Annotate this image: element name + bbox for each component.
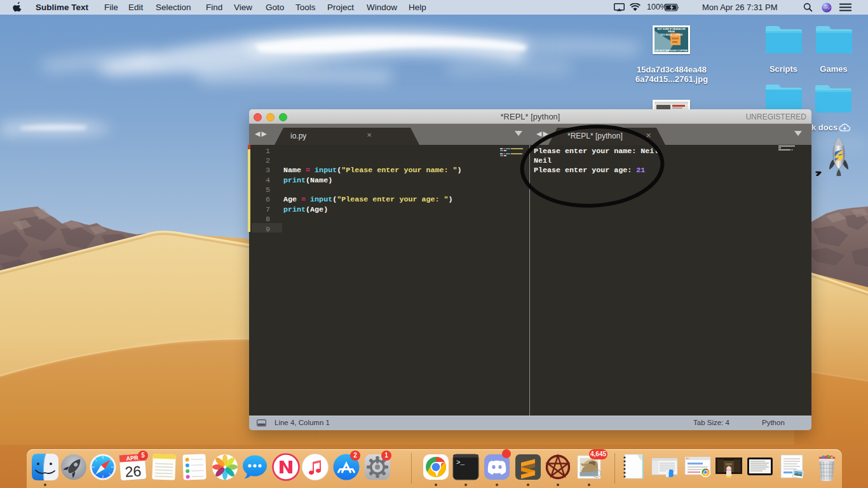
- svg-text:>_: >_: [456, 459, 465, 466]
- svg-text:26: 26: [125, 463, 142, 480]
- svg-text:APR: APR: [126, 454, 139, 461]
